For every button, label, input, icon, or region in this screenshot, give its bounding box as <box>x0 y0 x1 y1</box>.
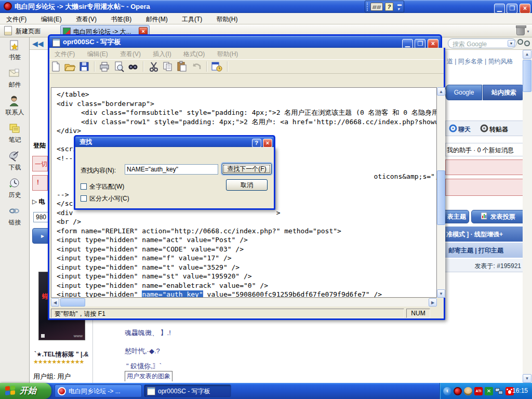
print-icon[interactable] <box>99 61 110 72</box>
find-icon[interactable] <box>127 61 139 72</box>
spectacles-zoom-icon[interactable] <box>517 39 531 47</box>
start-button[interactable]: 开始 <box>0 383 51 399</box>
wp-menu-help[interactable]: 帮助(H) <box>212 48 244 59</box>
find-next-button[interactable]: 查找下一个(F) <box>222 163 272 175</box>
scroll-up-icon[interactable]: ▲ <box>523 50 531 59</box>
sidebar-item-history[interactable]: 历史 <box>0 175 30 203</box>
assistant-message[interactable]: 我的助手 · 0 个新短消息 <box>445 143 523 156</box>
trash-dropdown-icon[interactable]: ▼ <box>526 30 530 33</box>
menu-help[interactable]: 帮助(H) <box>210 13 244 24</box>
mail-print-bar[interactable]: 邮寄主题 | 打印主题 <box>444 243 523 258</box>
wp-menu-format[interactable]: 格式(O) <box>178 48 210 59</box>
open-file-icon[interactable] <box>64 61 75 72</box>
forum-nav-links[interactable]: 道 | 同乡名录 | 简约风格 <box>447 57 513 66</box>
taskbar-item-wordpad[interactable]: opr000SC - 写字板 <box>144 384 231 397</box>
trash-icon[interactable] <box>516 26 525 35</box>
tray-opera-icon[interactable] <box>454 387 462 395</box>
user-images-label[interactable]: 用户发表的图象 <box>125 371 172 381</box>
sidebar-item-contacts[interactable]: 联系人 <box>0 92 30 120</box>
scroll-down-icon[interactable]: ▼ <box>437 289 445 298</box>
find-dialog-titlebar[interactable]: 查找 ? × <box>74 135 275 147</box>
post-username[interactable]: `★.TEL情标落 " |.& <box>34 350 88 359</box>
menu-file[interactable]: 文件(F) <box>0 13 33 24</box>
find-what-label: 查找内容(N): <box>81 166 116 175</box>
tray-clock[interactable]: 16:15 <box>512 387 528 394</box>
scroll-thumb[interactable] <box>523 60 531 92</box>
wp-menu-edit[interactable]: 编辑(E) <box>82 48 113 59</box>
tray-network-icon[interactable] <box>495 387 503 395</box>
dialog-close-icon[interactable]: × <box>263 139 272 148</box>
tray-messenger-icon[interactable] <box>464 387 472 395</box>
match-whole-word-checkbox[interactable]: 全字匹配(W) <box>81 182 124 191</box>
copy-icon[interactable] <box>162 61 174 72</box>
notes-icon <box>8 122 21 135</box>
bookmarks-icon <box>8 39 21 52</box>
sidebar-item-bookmarks[interactable]: 书签 <box>0 37 30 65</box>
keyboard-icon[interactable]: ▤▤ <box>370 3 383 11</box>
search-placeholder: 搜索 Google <box>453 41 487 48</box>
post-signature-line: " 鈠懱你,〗` <box>126 362 162 371</box>
wordpad-horizontal-scrollbar[interactable]: ◀ ▶ <box>51 298 437 307</box>
taskbar-item-opera[interactable]: 电白同乡论坛 -> ... <box>55 384 142 397</box>
usergroup-label: 用户组: 用户 <box>33 372 71 381</box>
sidebar-item-mail[interactable]: 邮件 <box>0 65 30 92</box>
scroll-left-icon[interactable]: ◀ <box>51 298 59 307</box>
forum-tree-fragment[interactable]: ▷ 电 <box>32 197 45 206</box>
transfers-dish-icon <box>8 150 21 162</box>
forum-login-fragment[interactable]: 登陆 <box>33 141 46 150</box>
scroll-thumb[interactable] <box>437 170 445 225</box>
dialog-help-icon[interactable]: ? <box>252 139 261 148</box>
checkbox-icon[interactable] <box>81 183 87 190</box>
menu-mail[interactable]: 邮件(M) <box>140 13 174 24</box>
cut-icon[interactable] <box>148 61 159 72</box>
search-input[interactable]: 搜索 Google ▼ <box>448 38 516 48</box>
paste-icon[interactable] <box>176 61 188 72</box>
opera-close-button[interactable]: × <box>520 4 530 14</box>
wp-menu-view[interactable]: 查看(V) <box>115 48 146 59</box>
scroll-up-icon[interactable]: ▲ <box>437 87 445 96</box>
menu-view[interactable]: 查看(V) <box>70 13 103 24</box>
language-bar-minimize-icon[interactable]: ▬▾ <box>397 2 402 11</box>
opera-minimize-button[interactable]: ▁ <box>494 4 505 14</box>
new-poll-button[interactable]: 发表投票 <box>471 210 523 223</box>
menu-tools[interactable]: 工具(T) <box>176 13 208 24</box>
scroll-right-icon[interactable]: ▶ <box>429 298 437 307</box>
wp-menu-file[interactable]: 文件(F) <box>49 48 80 59</box>
sidebar-item-transfers[interactable]: 下载 <box>0 148 30 175</box>
scroll-down-icon[interactable]: ▼ <box>523 374 531 383</box>
checkbox-icon[interactable] <box>81 195 87 202</box>
wp-menu-insert[interactable]: 插入(I) <box>148 48 176 59</box>
sidebar-item-notes[interactable]: 笔记 <box>0 120 30 148</box>
wordpad-titlebar[interactable]: opr000SC - 写字板 ▁ ❐ × <box>48 34 442 48</box>
tray-netmeeting-icon[interactable]: ✕ <box>485 387 493 395</box>
language-bar[interactable]: ▤▤ ? ▬▾ <box>365 1 404 12</box>
site-search-button[interactable]: 站内搜索 <box>483 85 523 100</box>
repost-label[interactable]: 转贴器 <box>489 125 508 134</box>
google-search-button[interactable]: Google <box>446 85 482 100</box>
tray-collapse-chevron-icon[interactable]: ‹ <box>443 387 451 395</box>
search-engine-dropdown-icon[interactable]: ▼ <box>508 40 515 47</box>
opera-restore-button[interactable]: ❐ <box>507 4 517 14</box>
language-help-icon[interactable]: ? <box>385 3 393 11</box>
save-icon[interactable] <box>78 61 90 72</box>
menu-bookmarks[interactable]: 书签(B) <box>104 13 138 24</box>
menu-edit[interactable]: 编辑(E) <box>35 13 68 24</box>
wordpad-vertical-scrollbar[interactable]: ▲ ▼ <box>437 87 445 298</box>
tray-ati-icon[interactable]: ATI <box>474 387 483 395</box>
date-time-icon[interactable] <box>211 61 222 72</box>
windows-flag-icon <box>5 385 16 396</box>
match-case-checkbox[interactable]: 区分大小写(C) <box>81 194 129 203</box>
sidebar-item-links[interactable]: 链接 <box>0 203 30 230</box>
scroll-thumb[interactable] <box>60 298 85 307</box>
new-topic-button-fragment[interactable]: 表主题 <box>444 210 469 223</box>
language-bar-grip[interactable] <box>367 3 369 11</box>
find-what-input[interactable]: NAME="auth_key" <box>125 164 218 175</box>
print-preview-icon[interactable] <box>113 61 125 72</box>
display-mode-bar[interactable]: 准模式 ] · 线型增强+ <box>444 227 523 242</box>
rewind-icon[interactable]: ◀◀ <box>32 39 46 48</box>
cancel-button[interactable]: 取消 <box>226 179 268 191</box>
new-document-icon[interactable] <box>50 61 61 72</box>
new-page-button[interactable]: 新建页面 <box>2 25 45 36</box>
page-scrollbar[interactable]: ▲ ▼ <box>523 50 532 383</box>
chat-label[interactable]: 聊天 <box>458 125 471 134</box>
